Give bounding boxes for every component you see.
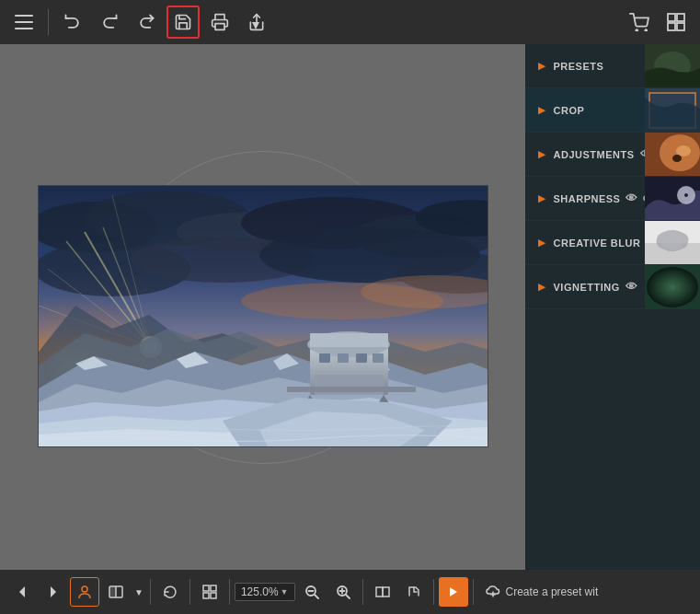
panel-empty-space (525, 309, 700, 570)
vignetting-thumbnail (645, 265, 700, 309)
svg-rect-81 (211, 585, 216, 591)
create-preset-button[interactable]: Create a preset wit (478, 581, 606, 603)
photo-canvas (38, 185, 488, 447)
svg-rect-47 (310, 333, 388, 347)
separator-bottom-6 (473, 579, 474, 605)
separator-bottom-5 (433, 579, 434, 605)
svg-rect-0 (15, 15, 33, 17)
next-button[interactable] (39, 577, 68, 607)
separator-1 (48, 9, 49, 35)
undo-button[interactable] (56, 6, 89, 39)
panel-item-crop[interactable]: ▶ CROP (525, 88, 700, 133)
separator-bottom-2 (189, 579, 190, 605)
separator-bottom-4 (362, 579, 363, 605)
svg-rect-50 (356, 353, 367, 363)
save-button[interactable] (166, 6, 200, 39)
svg-rect-83 (211, 593, 216, 598)
separator-bottom-3 (229, 579, 230, 605)
svg-rect-82 (203, 593, 209, 598)
presets-label: PRESETS (554, 61, 604, 72)
svg-point-69 (684, 193, 688, 197)
svg-rect-49 (338, 353, 349, 363)
svg-rect-53 (287, 387, 416, 392)
create-preset-label: Create a preset wit (506, 585, 599, 598)
compare-label-text: ▼ (132, 587, 145, 597)
svg-rect-11 (677, 23, 684, 30)
separator-bottom-1 (150, 579, 151, 605)
share-button[interactable] (240, 6, 273, 39)
rotate-button[interactable] (155, 577, 185, 607)
chevron-adjustments: ▶ (538, 149, 546, 159)
svg-rect-9 (677, 14, 684, 21)
zoom-control[interactable]: 125.0% ▼ (235, 583, 295, 601)
right-panel: ▶ PRESETS ▶ CROP (525, 44, 700, 570)
top-toolbar (0, 0, 700, 44)
panel-item-vignetting[interactable]: ▶ VIGNETTING 👁 (525, 265, 700, 309)
scene-image (39, 186, 488, 447)
chevron-presets: ▶ (538, 61, 546, 71)
svg-line-85 (315, 595, 318, 598)
svg-point-6 (636, 29, 637, 31)
compare-button[interactable] (101, 577, 131, 607)
svg-point-65 (672, 155, 682, 162)
chevron-crop: ▶ (538, 105, 546, 115)
arrow-right-button[interactable] (439, 577, 468, 607)
creative-blur-thumbnail (645, 221, 700, 265)
creative-blur-label: CREATIVE BLUR (554, 237, 641, 249)
panel-item-presets[interactable]: ▶ PRESETS (525, 44, 700, 88)
zoom-dropdown-arrow: ▼ (281, 587, 289, 597)
svg-point-7 (645, 29, 647, 31)
sharpness-thumbnail (645, 177, 700, 221)
svg-point-76 (82, 586, 87, 592)
svg-rect-3 (215, 24, 224, 30)
adjustments-label: ADJUSTMENTS (554, 149, 635, 160)
svg-line-88 (346, 595, 350, 598)
grid-view-button[interactable] (660, 6, 693, 39)
photo-container (38, 185, 488, 447)
print-button[interactable] (203, 6, 236, 39)
svg-rect-91 (376, 587, 383, 597)
person-button[interactable] (70, 577, 99, 607)
svg-rect-10 (668, 23, 675, 30)
panel-item-creative-blur[interactable]: ▶ CREATIVE BLUR 👁 ↺ (525, 221, 700, 265)
chevron-vignetting: ▶ (538, 282, 546, 292)
prev-button[interactable] (7, 577, 37, 607)
svg-rect-48 (319, 353, 330, 363)
eye-icon-sharpness[interactable]: 👁 (625, 191, 638, 205)
svg-marker-75 (51, 586, 56, 597)
crop-label: CROP (554, 105, 585, 116)
panel-item-sharpness[interactable]: ▶ SHARPNESS 👁 ↺ (525, 177, 700, 221)
cart-button[interactable] (623, 6, 656, 39)
redo-button[interactable] (130, 6, 163, 39)
sharpness-label: SHARPNESS (554, 193, 621, 204)
zoom-out-button[interactable] (297, 577, 327, 607)
ratio-button[interactable] (368, 577, 397, 607)
main-area: ▶ PRESETS ▶ CROP (0, 44, 700, 570)
svg-rect-80 (203, 585, 209, 591)
undo2-button[interactable] (93, 6, 126, 39)
grid-bottom-button[interactable] (195, 577, 224, 607)
zoom-value: 125.0% (241, 585, 279, 598)
panel-item-adjustments[interactable]: ▶ ADJUSTMENTS 👁 (525, 133, 700, 177)
eye-icon-vignetting[interactable]: 👁 (625, 280, 638, 294)
svg-rect-2 (15, 28, 33, 29)
zoom-in-button[interactable] (328, 577, 358, 607)
adjustments-thumbnail (645, 133, 700, 177)
svg-marker-5 (252, 22, 259, 29)
svg-marker-74 (19, 586, 25, 597)
bottom-toolbar: ▼ 125.0% ▼ (0, 570, 700, 614)
presets-thumbnail (645, 44, 700, 88)
svg-rect-51 (373, 353, 384, 363)
crop-thumbnail (645, 88, 700, 133)
svg-point-73 (647, 267, 698, 307)
chevron-creative-blur: ▶ (538, 237, 546, 248)
chevron-sharpness: ▶ (538, 193, 546, 203)
canvas-area (0, 44, 525, 570)
vignetting-label: VIGNETTING (554, 282, 620, 293)
svg-rect-92 (383, 587, 389, 597)
export-button[interactable] (399, 577, 429, 607)
svg-rect-79 (110, 587, 115, 597)
menu-button[interactable] (7, 6, 40, 39)
svg-rect-8 (668, 14, 675, 21)
svg-rect-1 (15, 21, 33, 23)
